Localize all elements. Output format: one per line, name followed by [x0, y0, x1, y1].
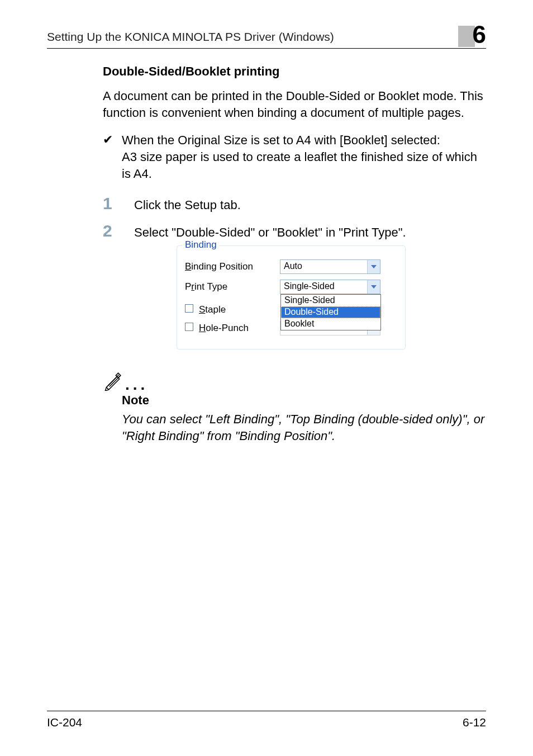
binding-position-value: Auto [280, 260, 367, 273]
binding-position-dropdown-icon[interactable] [367, 260, 380, 273]
step-1-text: Click the Setup tab. [134, 198, 241, 212]
chapter-number: 6 [473, 22, 486, 47]
print-type-option-single[interactable]: Single-Sided [281, 295, 380, 306]
staple-label-wrap: Staple [185, 304, 280, 315]
print-type-label-rest: int Type [194, 281, 227, 292]
check-text: When the Original Size is set to A4 with… [122, 132, 486, 183]
print-type-label-p: P [185, 281, 191, 292]
print-type-option-double[interactable]: Double-Sided [281, 306, 380, 318]
content-area: Double-Sided/Booklet printing A document… [103, 64, 486, 445]
footer-right: 6-12 [463, 716, 486, 729]
staple-label-rest: taple [205, 304, 226, 315]
binding-position-label: Binding Position [185, 261, 280, 272]
running-header: Setting Up the KONICA MINOLTA PS Driver … [47, 22, 486, 49]
pencil-icon [103, 372, 122, 391]
check-line-1: When the Original Size is set to A4 with… [122, 133, 440, 147]
step-2-text: Select "Double-Sided" or "Booklet" in "P… [134, 225, 406, 240]
steps-list: 1 Click the Setup tab. 2 Select "Double-… [134, 195, 486, 349]
hole-punch-checkbox[interactable] [185, 323, 193, 331]
step-1: 1 Click the Setup tab. [134, 195, 486, 212]
staple-label-underline: S [199, 304, 205, 315]
note-text: You can select "Left Binding", "Top Bind… [122, 411, 486, 445]
page: Setting Up the KONICA MINOLTA PS Driver … [0, 0, 533, 756]
check-line-2: A3 size paper is used to create a leafle… [122, 150, 477, 181]
print-type-value: Single-Sided [280, 280, 367, 294]
note-title: Note [122, 393, 486, 408]
check-item: ✔ When the Original Size is set to A4 wi… [103, 132, 486, 183]
binding-position-combo[interactable]: Auto [280, 259, 380, 274]
note-block: ... Note You can select "Left Binding", … [103, 372, 486, 445]
hole-punch-label-underline: H [199, 323, 206, 333]
print-type-label: Print Type [185, 281, 280, 292]
footer-left: IC-204 [47, 716, 82, 729]
running-title: Setting Up the KONICA MINOLTA PS Driver … [47, 30, 334, 47]
hole-punch-label-rest: ole-Punch [206, 323, 249, 333]
step-2: 2 Select "Double-Sided" or "Booklet" in … [134, 223, 486, 240]
intro-paragraph: A document can be printed in the Double-… [103, 88, 486, 122]
step-2-number: 2 [103, 223, 134, 239]
check-icon: ✔ [103, 132, 122, 183]
print-type-row: Print Type Single-Sided [185, 280, 397, 294]
print-type-option-booklet[interactable]: Booklet [281, 318, 380, 330]
print-type-listbox[interactable]: Single-Sided Double-Sided Booklet [280, 294, 381, 330]
hole-punch-label-wrap: Hole-Punch [185, 323, 280, 334]
staple-checkbox[interactable] [185, 304, 193, 313]
binding-fieldset: Binding Binding Position Auto [177, 245, 406, 349]
chapter-badge: 6 [458, 22, 486, 47]
section-heading: Double-Sided/Booklet printing [103, 64, 486, 79]
binding-position-row: Binding Position Auto [185, 259, 397, 274]
print-type-combo[interactable]: Single-Sided [280, 280, 380, 294]
footer: IC-204 6-12 [47, 711, 486, 729]
note-dots: ... [125, 380, 148, 391]
step-1-number: 1 [103, 195, 134, 212]
print-type-dropdown-icon[interactable] [367, 280, 380, 294]
note-icon-row: ... [103, 372, 486, 391]
binding-position-label-underline: B [185, 261, 191, 272]
ui-screenshot: Binding Binding Position Auto [177, 245, 406, 349]
binding-position-label-rest: inding Position [191, 261, 253, 272]
binding-legend: Binding [183, 239, 219, 251]
